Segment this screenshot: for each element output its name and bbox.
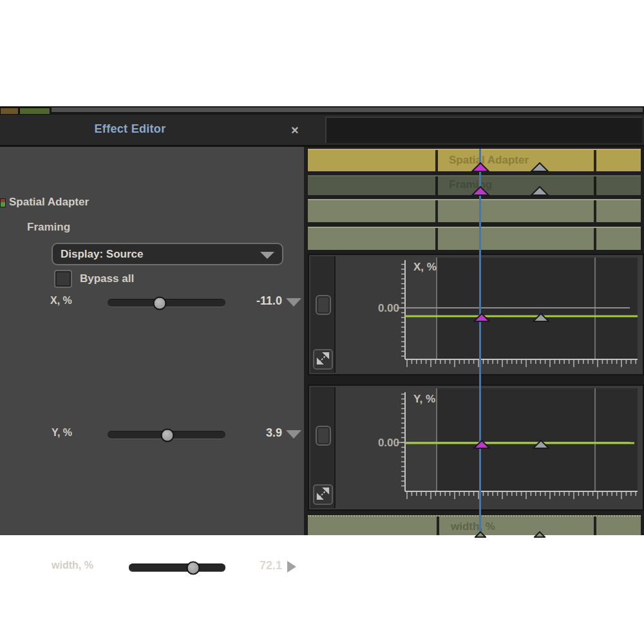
empty-tab-well: [325, 117, 642, 143]
track-row-param-1[interactable]: [308, 199, 641, 222]
timeline-clip-chip-brown: [0, 108, 19, 115]
graph-scale-button[interactable]: [313, 349, 333, 370]
keyframe-graph-x[interactable]: X, % 0.00: [308, 254, 644, 375]
graph-side-column: [310, 387, 336, 508]
segment-divider: [594, 176, 596, 195]
keyframe-marker[interactable]: [473, 313, 490, 322]
y-slider-knob[interactable]: [160, 428, 174, 442]
position-indicator[interactable]: [479, 149, 481, 535]
keyframe-marker[interactable]: [533, 313, 549, 322]
bypass-all-label: Bypass all: [80, 272, 134, 285]
bypass-all-checkbox[interactable]: [54, 270, 72, 288]
track-row-label: width, %: [451, 520, 495, 533]
track-enable-button[interactable]: [316, 295, 331, 315]
width-keyframe-caret-icon[interactable]: [287, 561, 296, 573]
param-x-value: -11.0: [232, 294, 282, 308]
parameters-panel: Spatial Adapter Framing Display: Source …: [0, 147, 304, 535]
segment-divider: [594, 228, 596, 250]
top-strip: [0, 106, 644, 115]
effect-name: Spatial Adapter: [9, 196, 89, 209]
screenshot-canvas: Effect Editor × Spatial Adapter Framing …: [0, 0, 644, 644]
keyframe-marker[interactable]: [531, 162, 549, 172]
graph-title: X, %: [413, 261, 437, 273]
param-y-value: 3.9: [232, 426, 282, 440]
keyframe-graph-y[interactable]: Y, % 0.00: [308, 384, 644, 511]
graph-title: Y, %: [413, 393, 435, 405]
segment-divider: [437, 516, 439, 535]
x-slider-knob[interactable]: [153, 296, 167, 310]
effect-editor-window: Effect Editor × Spatial Adapter Framing …: [0, 106, 644, 535]
segment-divider: [435, 176, 438, 195]
param-x-label: X, %: [50, 295, 72, 307]
tab-effect-editor[interactable]: Effect Editor ×: [0, 115, 325, 145]
graph-zero-label: 0.00: [378, 437, 399, 449]
keyframe-marker[interactable]: [534, 531, 545, 538]
enable-icon-green: [1, 202, 5, 207]
effect-enable-icon[interactable]: [0, 198, 6, 207]
keyframe-marker[interactable]: [473, 440, 490, 449]
keyframe-marker[interactable]: [471, 186, 489, 196]
param-width-value: 72.1: [232, 559, 282, 573]
segment-divider: [594, 150, 596, 171]
width-slider-knob[interactable]: [187, 561, 200, 574]
title-bar: Effect Editor ×: [0, 115, 644, 147]
top-band: [52, 108, 643, 112]
close-icon[interactable]: ×: [291, 123, 299, 138]
display-source-dropdown[interactable]: Display: Source: [52, 243, 283, 265]
dropdown-value: Display: Source: [61, 248, 144, 261]
width-slider[interactable]: [129, 564, 225, 572]
param-y-label: Y, %: [52, 427, 72, 439]
segment-divider: [594, 200, 596, 222]
graph-zero-label: 0.00: [378, 302, 399, 314]
track-row-width[interactable]: width, %: [308, 515, 641, 535]
window-title: Effect Editor: [0, 122, 260, 136]
y-keyframe-caret-icon[interactable]: [286, 430, 301, 439]
segment-divider: [435, 150, 438, 171]
group-name: Framing: [27, 221, 70, 234]
track-row-framing[interactable]: Framing: [308, 175, 641, 195]
resize-arrows-icon: [315, 350, 331, 366]
segment-divider: [594, 516, 596, 535]
keyframe-marker[interactable]: [531, 186, 549, 196]
graph-scale-button[interactable]: [313, 484, 333, 505]
segment-divider: [435, 200, 438, 222]
param-width-label: width, %: [52, 560, 93, 571]
x-keyframe-caret-icon[interactable]: [286, 298, 301, 307]
resize-arrows-icon: [315, 486, 331, 502]
timeline-clip-chip-green: [19, 108, 50, 115]
x-slider[interactable]: [108, 299, 225, 307]
keyframe-marker[interactable]: [533, 440, 549, 449]
segment-divider: [435, 228, 438, 250]
keyframe-marker[interactable]: [475, 531, 486, 538]
y-slider[interactable]: [108, 431, 225, 439]
track-row-spatial-adapter[interactable]: Spatial Adapter: [308, 149, 641, 171]
track-row-param-2[interactable]: [308, 227, 641, 250]
chevron-down-icon: [260, 252, 274, 259]
keyframe-marker[interactable]: [471, 162, 489, 172]
graph-side-column: [310, 256, 336, 373]
track-enable-button[interactable]: [316, 426, 331, 446]
